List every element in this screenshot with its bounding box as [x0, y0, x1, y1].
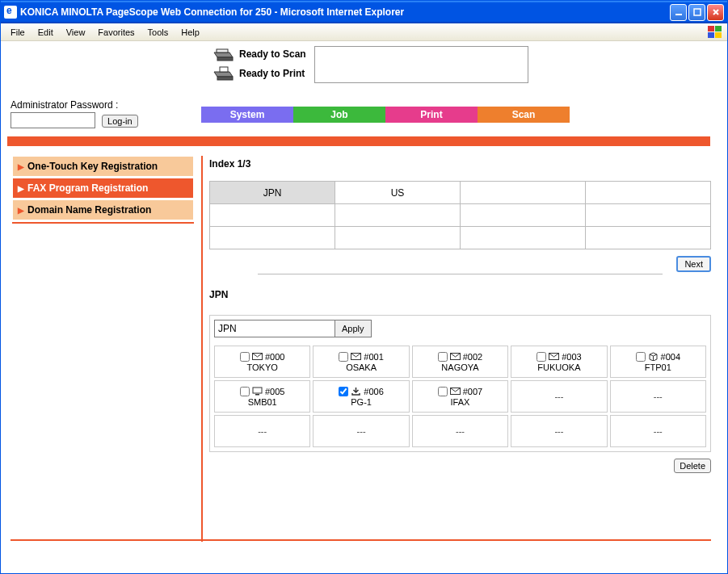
index-cell[interactable]: [586, 204, 711, 227]
index-cell[interactable]: [210, 227, 335, 249]
destination-checkbox[interactable]: [240, 387, 250, 396]
destination-checkbox[interactable]: [339, 387, 348, 396]
index-cell[interactable]: [461, 204, 586, 227]
destination-number: #003: [562, 352, 581, 362]
status-scan-label: Ready to Scan: [239, 48, 306, 60]
index-cell[interactable]: [586, 182, 711, 204]
svg-rect-15: [255, 394, 259, 396]
destination-empty[interactable]: ---: [511, 380, 607, 413]
download-icon: [351, 387, 361, 396]
index-cell[interactable]: [335, 227, 461, 249]
destination-nagoya[interactable]: #002NAGOYA: [412, 346, 508, 378]
box-icon: [648, 352, 659, 361]
svg-rect-0: [675, 14, 682, 15]
delete-button[interactable]: Delete: [674, 459, 711, 473]
destination-empty[interactable]: ---: [412, 415, 508, 447]
index-cell[interactable]: [461, 227, 586, 249]
menu-favorites[interactable]: Favorites: [91, 26, 141, 39]
destination-checkbox[interactable]: [438, 387, 448, 396]
destination-name: OSAKA: [346, 362, 377, 372]
tab-system[interactable]: System: [201, 107, 293, 123]
status-print: Ready to Print: [212, 65, 306, 82]
printer-icon: [212, 65, 234, 82]
destination-checkbox[interactable]: [537, 352, 546, 362]
destination-number: #004: [661, 352, 680, 362]
destination-fukuoka[interactable]: #003FUKUOKA: [511, 346, 607, 378]
destination-tokyo[interactable]: #000TOKYO: [214, 346, 310, 378]
mail-icon: [450, 387, 461, 396]
destination-empty[interactable]: ---: [610, 415, 706, 447]
menu-edit[interactable]: Edit: [32, 26, 60, 39]
tab-print[interactable]: Print: [385, 107, 478, 123]
svg-rect-1: [694, 9, 701, 15]
destination-empty[interactable]: ---: [511, 415, 607, 447]
svg-rect-2: [708, 26, 714, 31]
index-cell[interactable]: [461, 182, 586, 204]
svg-rect-3: [715, 26, 722, 31]
tab-job[interactable]: Job: [293, 107, 385, 123]
separator-line: [258, 274, 663, 274]
group-name-input[interactable]: [214, 320, 335, 337]
login-button[interactable]: Log-in: [102, 115, 138, 128]
mail-icon: [549, 352, 559, 361]
sidebar-item-onetouch[interactable]: ▶ One-Touch Key Registration: [12, 156, 194, 177]
destination-checkbox[interactable]: [339, 352, 348, 362]
destination-box: Apply #000TOKYO#001OSAKA#002NAGOYA#003FU…: [209, 315, 711, 452]
destination-smb01[interactable]: #005SMB01: [214, 380, 310, 413]
index-cell-jpn[interactable]: JPN: [210, 182, 335, 204]
mail-icon: [351, 352, 361, 361]
destination-empty[interactable]: ---: [610, 380, 706, 413]
destination-checkbox[interactable]: [240, 352, 250, 362]
arrow-icon: ▶: [18, 162, 24, 171]
destination-empty[interactable]: ---: [214, 415, 310, 447]
window-title: KONICA MINOLTA PageScope Web Connection …: [20, 6, 670, 18]
group-label: JPN: [209, 289, 711, 300]
destination-number: #000: [265, 352, 284, 362]
mail-icon: [252, 352, 263, 361]
index-cell-us[interactable]: US: [335, 182, 461, 204]
status-message-box: [314, 46, 528, 83]
apply-button[interactable]: Apply: [335, 320, 372, 337]
menubar: File Edit View Favorites Tools Help: [1, 23, 727, 41]
sidebar-item-label: Domain Name Registration: [27, 204, 151, 216]
maximize-button[interactable]: [688, 4, 705, 21]
destination-name: TOKYO: [247, 362, 278, 372]
destination-name: PG-1: [351, 397, 372, 407]
svg-rect-6: [217, 57, 233, 61]
menu-tools[interactable]: Tools: [141, 26, 175, 39]
scanner-icon: [212, 46, 234, 62]
sidebar-item-domainname[interactable]: ▶ Domain Name Registration: [12, 199, 194, 220]
admin-password-label: Administrator Password :: [11, 99, 138, 111]
destination-pg-1[interactable]: #006PG-1: [313, 380, 409, 413]
index-table: JPN US: [209, 181, 711, 249]
index-cell[interactable]: [586, 227, 711, 249]
menu-help[interactable]: Help: [175, 26, 206, 39]
destination-ftp01[interactable]: #004FTP01: [610, 346, 706, 378]
destination-ifax[interactable]: #007IFAX: [412, 380, 508, 413]
admin-password-input[interactable]: [11, 112, 95, 128]
separator-bar: [7, 136, 710, 146]
svg-rect-7: [217, 49, 228, 52]
menu-file[interactable]: File: [4, 26, 32, 39]
sidebar-item-faxprogram[interactable]: ▶ FAX Program Registration: [12, 178, 194, 199]
index-cell[interactable]: [335, 204, 461, 227]
destination-osaka[interactable]: #001OSAKA: [313, 346, 409, 378]
close-button[interactable]: [707, 4, 724, 21]
pc-icon: [252, 387, 263, 396]
destination-number: #001: [364, 352, 383, 362]
svg-rect-5: [715, 32, 722, 38]
destination-checkbox[interactable]: [438, 352, 448, 362]
destination-name: FTP01: [645, 362, 671, 372]
svg-rect-8: [217, 77, 233, 80]
destination-empty[interactable]: ---: [313, 415, 409, 447]
minimize-button[interactable]: [670, 4, 687, 21]
destination-name: FUKUOKA: [537, 362, 580, 372]
menu-view[interactable]: View: [60, 26, 92, 39]
titlebar: KONICA MINOLTA PageScope Web Connection …: [1, 1, 727, 23]
next-button[interactable]: Next: [676, 256, 711, 272]
index-cell[interactable]: [210, 204, 335, 227]
destination-checkbox[interactable]: [636, 352, 646, 362]
destination-number: #002: [463, 352, 482, 362]
sidebar-item-label: One-Touch Key Registration: [27, 161, 158, 172]
tab-scan[interactable]: Scan: [478, 107, 570, 123]
